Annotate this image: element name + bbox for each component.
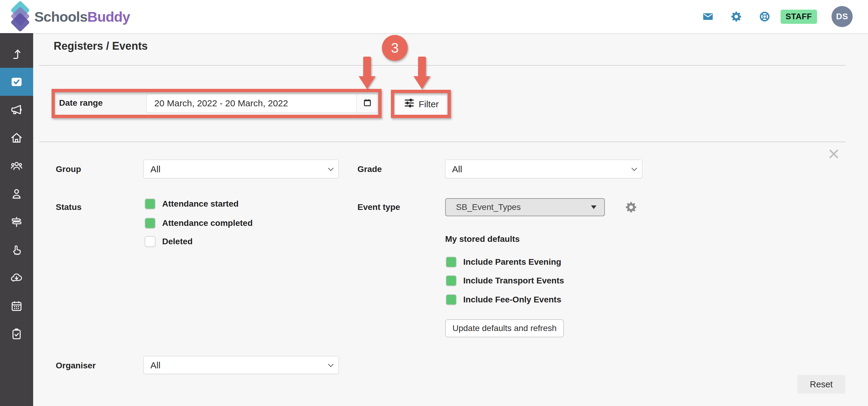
grade-label: Grade	[358, 164, 382, 174]
sidebar-item-hand-pointer[interactable]	[0, 236, 33, 264]
megaphone-icon	[10, 103, 23, 116]
organiser-label: Organiser	[56, 361, 96, 370]
level-up-icon	[10, 47, 23, 61]
calendar-icon	[10, 299, 23, 313]
deleted-checkbox[interactable]	[145, 236, 156, 247]
main-content: Registers / Events Date range Filter 3 G…	[33, 33, 868, 406]
register-check-icon	[10, 75, 23, 89]
logo-diamonds-icon	[10, 3, 33, 32]
hand-pointer-icon	[10, 243, 23, 257]
attendance-completed-label: Attendance completed	[162, 218, 253, 228]
sidebar-item-level-up[interactable]	[0, 40, 33, 68]
sidebar-item-clipboard[interactable]	[0, 320, 33, 348]
organiser-select-control[interactable]: All	[144, 356, 339, 374]
event-type-value: SB_Event_Types	[456, 202, 521, 212]
update-defaults-button[interactable]: Update defaults and refresh	[445, 319, 564, 337]
home-icon	[10, 131, 23, 144]
groups-icon	[10, 159, 23, 173]
annotation-step-badge: 3	[382, 35, 408, 61]
title-divider	[39, 65, 845, 66]
mail-icon[interactable]	[702, 11, 714, 22]
staff-role-badge: STAFF	[781, 10, 817, 24]
app-header: SchoolsBuddy STAFF DS	[0, 0, 868, 33]
include-parents-evening-checkbox[interactable]	[446, 257, 457, 267]
sidebar-item-downloads[interactable]	[0, 264, 33, 292]
filter-panel-divider	[39, 141, 845, 142]
status-option-row: Deleted	[145, 236, 193, 247]
include-fee-only-events-label: Include Fee-Only Events	[463, 295, 561, 304]
help-lifering-icon[interactable]	[759, 11, 770, 22]
include-fee-only-events-checkbox[interactable]	[446, 294, 457, 305]
include-parents-evening-label: Include Parents Evening	[463, 257, 561, 267]
stored-defaults-heading: My stored defaults	[445, 234, 520, 244]
include-transport-events-checkbox[interactable]	[446, 275, 457, 286]
event-type-settings-icon[interactable]	[625, 201, 637, 213]
attendance-started-checkbox[interactable]	[145, 199, 156, 209]
status-label: Status	[56, 202, 82, 212]
status-option-row: Attendance completed	[145, 217, 253, 229]
sidebar-item-announcements[interactable]	[0, 96, 33, 124]
group-label: Group	[56, 164, 81, 174]
sidebar-item-signpost[interactable]	[0, 208, 33, 236]
attendance-started-label: Attendance started	[162, 199, 239, 209]
event-type-dropdown[interactable]: SB_Event_Types	[445, 198, 605, 216]
signpost-icon	[10, 215, 23, 229]
grade-select[interactable]: All	[445, 160, 642, 178]
sidebar-item-person[interactable]	[0, 180, 33, 208]
grade-select-control[interactable]: All	[445, 160, 642, 178]
caret-down-icon	[591, 205, 596, 209]
sidebar-item-calendar[interactable]	[0, 292, 33, 320]
sidebar-item-home[interactable]	[0, 124, 33, 152]
annotation-box-filter	[391, 90, 451, 118]
schoolsbuddy-logo[interactable]: SchoolsBuddy	[10, 0, 130, 33]
organiser-select[interactable]: All	[144, 356, 339, 374]
deleted-label: Deleted	[162, 237, 193, 246]
include-transport-events-label: Include Transport Events	[463, 276, 564, 285]
page-title: Registers / Events	[54, 40, 148, 53]
logo-text: SchoolsBuddy	[34, 8, 130, 25]
reset-button[interactable]: Reset	[797, 375, 845, 394]
event-type-label: Event type	[358, 202, 400, 212]
user-avatar[interactable]: DS	[832, 6, 852, 27]
sidebar-item-registers[interactable]	[0, 68, 33, 96]
clipboard-check-icon	[10, 327, 23, 341]
cloud-download-icon	[10, 271, 23, 284]
sidebar-item-groups[interactable]	[0, 152, 33, 180]
default-option-row: Include Parents Evening	[446, 256, 561, 268]
default-option-row: Include Transport Events	[446, 275, 564, 286]
annotation-box-date-range	[52, 89, 381, 118]
person-icon	[10, 187, 23, 201]
attendance-completed-checkbox[interactable]	[145, 218, 156, 229]
default-option-row: Include Fee-Only Events	[446, 294, 561, 305]
group-select-control[interactable]: All	[144, 160, 339, 178]
annotation-arrow-filter	[413, 57, 430, 89]
group-select[interactable]: All	[144, 160, 339, 178]
status-option-row: Attendance started	[145, 198, 239, 210]
annotation-arrow-date	[359, 57, 375, 89]
settings-gear-icon[interactable]	[731, 11, 742, 22]
close-filter-icon[interactable]	[828, 148, 839, 160]
sidebar-nav	[0, 33, 33, 406]
